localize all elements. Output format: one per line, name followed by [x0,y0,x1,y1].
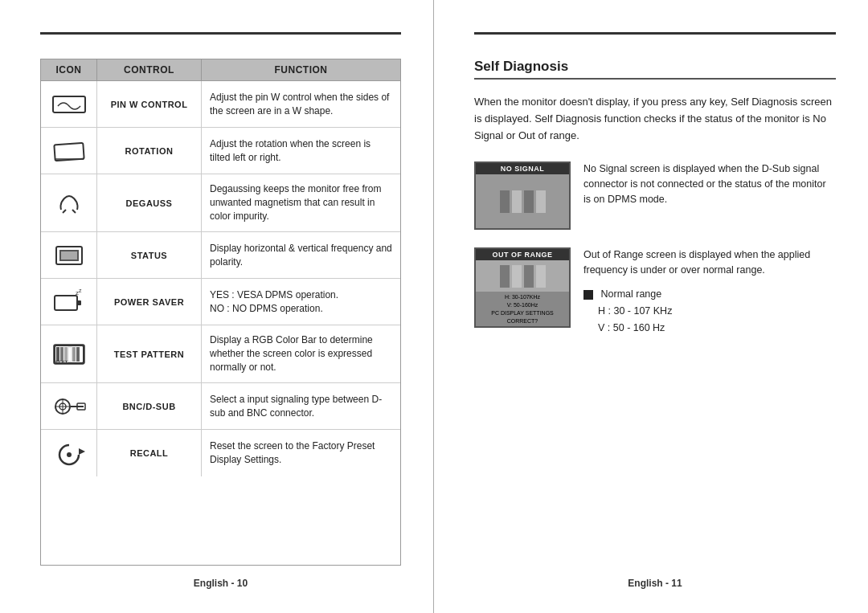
left-page: Icon Control Function PIN W CONTROL Adju… [0,0,434,613]
bnc-dsub-icon [51,394,87,419]
test-pattern-icon: TEST [51,341,87,367]
pin-w-control-icon [51,92,87,117]
rotation-function: Adjust the rotation when the screen is t… [202,128,400,174]
stripe [524,265,534,288]
degauss-function: Degaussing keeps the monitor free from u… [202,174,400,231]
power-saver-icon-cell: z z [41,279,97,325]
oor-settings: PC DISPLAY SETTINGS [491,309,554,317]
no-signal-screen: NO SIGNAL [474,161,571,230]
stripe [512,265,522,288]
out-of-range-description: Out of Range screen is displayed when th… [583,247,836,278]
no-signal-item: NO SIGNAL No Signal screen is displayed … [474,161,836,230]
normal-range-line: Normal range [583,286,836,303]
svg-rect-16 [68,347,72,362]
svg-rect-0 [53,96,85,112]
stripe [500,190,510,213]
oor-content [476,260,569,292]
no-signal-label: NO SIGNAL [476,163,569,174]
pin-w-label: PIN W CONTROL [97,81,202,127]
page-container: Icon Control Function PIN W CONTROL Adju… [0,0,868,613]
header-icon: Icon [41,59,97,80]
table-row: PIN W CONTROL Adjust the pin W control w… [41,81,400,128]
degauss-icon [51,190,87,216]
table-row: z z POWER SAVER YES : VESA DPMS operatio… [41,279,400,325]
oor-correct: CORRECT? [491,317,554,325]
rotation-icon [51,138,87,164]
recall-function: Reset the screen to the Factory Preset D… [202,430,400,476]
rotation-label: ROTATION [97,128,202,174]
no-signal-content [476,174,569,228]
top-border-right [474,32,836,35]
rotation-icon-cell [41,128,97,174]
recall-label: RECALL [97,430,202,476]
no-signal-description: No Signal screen is displayed when the D… [583,161,836,206]
degauss-label: DEGAUSS [97,174,202,231]
table-header: Icon Control Function [41,59,400,81]
left-page-footer: English - 10 [40,566,401,589]
table-row: BNC/D-SUB Select a input signaling type … [41,383,400,430]
control-table: Icon Control Function PIN W CONTROL Adju… [40,59,401,566]
table-row: DEGAUSS Degaussing keeps the monitor fre… [41,174,400,232]
v-range: V : 50 - 160 Hz [598,320,836,337]
right-page: Self Diagnosis When the monitor doesn't … [434,0,868,613]
table-row: RECALL Reset the screen to the Factory P… [41,430,400,476]
power-saver-icon: z z [51,289,87,315]
svg-line-4 [72,210,76,213]
oor-stripes [500,265,546,288]
stripe [524,190,534,213]
svg-text:z: z [79,289,82,293]
svg-point-28 [67,452,72,457]
svg-line-3 [63,210,66,213]
table-row: TEST TEST PATTERN Display a RGB Color Ba… [41,325,400,383]
normal-range-block: Normal range H : 30 - 107 KHz V : 50 - 1… [583,286,836,337]
svg-rect-1 [54,142,84,160]
status-icon-cell [41,232,97,278]
stripe [536,265,546,288]
table-row: STATUS Display horizontal & vertical fre… [41,232,400,279]
bnc-dsub-label: BNC/D-SUB [97,383,202,429]
table-row: ROTATION Adjust the rotation when the sc… [41,128,400,174]
out-of-range-label: OUT OF RANGE [476,249,569,260]
status-icon [51,243,87,268]
pin-w-function: Adjust the pin W control when the sides … [202,81,400,127]
oor-h-freq: H: 30-107KHz [491,293,554,301]
h-range: H : 30 - 107 KHz [598,303,836,320]
recall-icon-cell [41,430,97,476]
oor-v-freq: V: 50-160Hz [491,301,554,309]
power-saver-label: POWER SAVER [97,279,202,325]
out-of-range-item: OUT OF RANGE H: 30-107KHz V: 50-160Hz PC… [474,247,836,337]
test-pattern-function: Display a RGB Color Bar to determine whe… [202,325,400,382]
out-of-range-screen: OUT OF RANGE H: 30-107KHz V: 50-160Hz PC… [474,247,571,328]
no-signal-stripes [500,190,546,213]
degauss-icon-cell [41,174,97,231]
header-function: Function [202,59,400,80]
recall-icon [51,440,87,466]
bnc-dsub-icon-cell [41,383,97,429]
test-pattern-label: TEST PATTERN [97,325,202,382]
right-page-footer: English - 11 [474,566,836,589]
svg-rect-9 [77,300,81,305]
oor-info-block: H: 30-107KHz V: 50-160Hz PC DISPLAY SETT… [489,292,555,326]
svg-rect-8 [55,296,77,310]
intro-text: When the monitor doesn't display, if you… [474,94,836,144]
status-function: Display horizontal & vertical frequency … [202,232,400,278]
normal-range-label: Normal range [600,288,661,300]
svg-rect-7 [61,251,77,260]
stripe [512,190,522,213]
svg-rect-17 [72,347,76,362]
bnc-dsub-function: Select a input signaling type between D-… [202,383,400,429]
svg-marker-27 [79,448,85,455]
svg-rect-18 [76,347,80,362]
top-border-left [40,32,401,35]
stripe [500,265,510,288]
bullet-icon [583,290,593,300]
header-control: Control [97,59,202,80]
pin-w-icon-cell [41,81,97,127]
status-label: STATUS [97,232,202,278]
power-saver-function: YES : VESA DPMS operation. NO : NO DPMS … [202,279,400,325]
stripe [536,190,546,213]
test-pattern-icon-cell: TEST [41,325,97,382]
section-title: Self Diagnosis [474,59,836,80]
